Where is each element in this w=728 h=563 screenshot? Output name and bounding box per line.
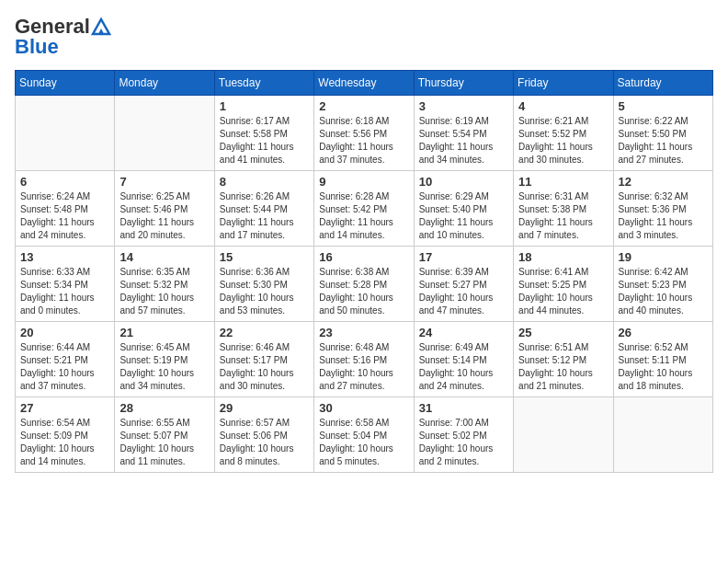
calendar-cell: 18Sunrise: 6:41 AMSunset: 5:25 PMDayligh… xyxy=(514,247,613,322)
day-number: 7 xyxy=(119,175,209,189)
day-number: 25 xyxy=(518,326,608,339)
cell-info: Sunrise: 6:33 AMSunset: 5:34 PMDaylight:… xyxy=(20,266,109,317)
cell-info: Sunrise: 6:45 AMSunset: 5:19 PMDaylight:… xyxy=(119,341,209,393)
day-number: 11 xyxy=(518,175,608,189)
calendar-cell: 22Sunrise: 6:46 AMSunset: 5:17 PMDayligh… xyxy=(214,322,313,397)
cell-info: Sunrise: 6:31 AMSunset: 5:38 PMDaylight:… xyxy=(518,190,608,242)
cell-info: Sunrise: 6:17 AMSunset: 5:58 PMDaylight:… xyxy=(220,115,309,167)
cell-info: Sunrise: 6:58 AMSunset: 5:04 PMDaylight:… xyxy=(319,417,408,468)
day-number: 18 xyxy=(518,250,608,264)
calendar-cell: 11Sunrise: 6:31 AMSunset: 5:38 PMDayligh… xyxy=(514,171,613,247)
cell-info: Sunrise: 6:36 AMSunset: 5:30 PMDaylight:… xyxy=(220,266,309,317)
cell-info: Sunrise: 6:21 AMSunset: 5:52 PMDaylight:… xyxy=(518,115,608,167)
calendar-cell: 1Sunrise: 6:17 AMSunset: 5:58 PMDaylight… xyxy=(214,96,313,171)
calendar-cell: 6Sunrise: 6:24 AMSunset: 5:48 PMDaylight… xyxy=(16,171,115,247)
day-number: 17 xyxy=(419,250,508,264)
cell-info: Sunrise: 6:26 AMSunset: 5:44 PMDaylight:… xyxy=(220,190,309,242)
calendar-cell: 3Sunrise: 6:19 AMSunset: 5:54 PMDaylight… xyxy=(414,96,513,171)
cell-info: Sunrise: 6:52 AMSunset: 5:11 PMDaylight:… xyxy=(619,341,708,393)
calendar-cell: 13Sunrise: 6:33 AMSunset: 5:34 PMDayligh… xyxy=(16,247,115,322)
day-number: 20 xyxy=(20,326,109,339)
day-number: 15 xyxy=(220,250,309,264)
weekday-header-wednesday: Wednesday xyxy=(314,71,414,96)
calendar-cell: 15Sunrise: 6:36 AMSunset: 5:30 PMDayligh… xyxy=(214,247,313,322)
cell-info: Sunrise: 6:42 AMSunset: 5:23 PMDaylight:… xyxy=(619,266,708,317)
day-number: 31 xyxy=(419,401,508,415)
calendar-cell: 9Sunrise: 6:28 AMSunset: 5:42 PMDaylight… xyxy=(314,171,414,247)
calendar-cell: 25Sunrise: 6:51 AMSunset: 5:12 PMDayligh… xyxy=(514,322,613,397)
cell-info: Sunrise: 6:46 AMSunset: 5:17 PMDaylight:… xyxy=(220,341,309,393)
calendar-cell: 29Sunrise: 6:57 AMSunset: 5:06 PMDayligh… xyxy=(214,397,313,473)
calendar-cell: 10Sunrise: 6:29 AMSunset: 5:40 PMDayligh… xyxy=(414,171,513,247)
cell-info: Sunrise: 6:57 AMSunset: 5:06 PMDaylight:… xyxy=(220,417,309,468)
cell-info: Sunrise: 6:18 AMSunset: 5:56 PMDaylight:… xyxy=(319,115,408,167)
day-number: 13 xyxy=(20,250,109,264)
calendar-cell: 16Sunrise: 6:38 AMSunset: 5:28 PMDayligh… xyxy=(314,247,414,322)
day-number: 4 xyxy=(518,99,608,113)
day-number: 27 xyxy=(20,401,109,415)
day-number: 29 xyxy=(220,401,309,415)
cell-info: Sunrise: 6:22 AMSunset: 5:50 PMDaylight:… xyxy=(619,115,708,167)
day-number: 21 xyxy=(119,326,209,339)
cell-info: Sunrise: 6:48 AMSunset: 5:16 PMDaylight:… xyxy=(319,341,408,393)
day-number: 26 xyxy=(619,326,708,339)
cell-info: Sunrise: 6:25 AMSunset: 5:46 PMDaylight:… xyxy=(119,190,209,242)
cell-info: Sunrise: 6:32 AMSunset: 5:36 PMDaylight:… xyxy=(619,190,708,242)
calendar-cell xyxy=(613,397,712,473)
day-number: 5 xyxy=(619,99,708,113)
cell-info: Sunrise: 6:51 AMSunset: 5:12 PMDaylight:… xyxy=(518,341,608,393)
day-number: 22 xyxy=(220,326,309,339)
calendar-cell: 21Sunrise: 6:45 AMSunset: 5:19 PMDayligh… xyxy=(115,322,214,397)
cell-info: Sunrise: 6:35 AMSunset: 5:32 PMDaylight:… xyxy=(119,266,209,317)
calendar-cell: 19Sunrise: 6:42 AMSunset: 5:23 PMDayligh… xyxy=(613,247,712,322)
cell-info: Sunrise: 7:00 AMSunset: 5:02 PMDaylight:… xyxy=(419,417,508,468)
calendar-cell: 20Sunrise: 6:44 AMSunset: 5:21 PMDayligh… xyxy=(16,322,115,397)
calendar-cell: 4Sunrise: 6:21 AMSunset: 5:52 PMDaylight… xyxy=(514,96,613,171)
weekday-header-sunday: Sunday xyxy=(16,71,115,96)
logo-blue: Blue xyxy=(15,35,59,59)
cell-info: Sunrise: 6:39 AMSunset: 5:27 PMDaylight:… xyxy=(419,266,508,317)
calendar-cell xyxy=(16,96,115,171)
weekday-header-friday: Friday xyxy=(514,71,613,96)
cell-info: Sunrise: 6:49 AMSunset: 5:14 PMDaylight:… xyxy=(419,341,508,393)
cell-info: Sunrise: 6:41 AMSunset: 5:25 PMDaylight:… xyxy=(518,266,608,317)
day-number: 24 xyxy=(419,326,508,339)
logo-icon xyxy=(91,17,111,36)
calendar-cell: 26Sunrise: 6:52 AMSunset: 5:11 PMDayligh… xyxy=(613,322,712,397)
calendar-cell: 28Sunrise: 6:55 AMSunset: 5:07 PMDayligh… xyxy=(115,397,214,473)
cell-info: Sunrise: 6:29 AMSunset: 5:40 PMDaylight:… xyxy=(419,190,508,242)
logo: General Blue xyxy=(15,15,111,59)
day-number: 9 xyxy=(319,175,408,189)
day-number: 14 xyxy=(119,250,209,264)
calendar-cell: 7Sunrise: 6:25 AMSunset: 5:46 PMDaylight… xyxy=(115,171,214,247)
calendar-cell: 27Sunrise: 6:54 AMSunset: 5:09 PMDayligh… xyxy=(16,397,115,473)
calendar-cell: 5Sunrise: 6:22 AMSunset: 5:50 PMDaylight… xyxy=(613,96,712,171)
calendar-cell: 17Sunrise: 6:39 AMSunset: 5:27 PMDayligh… xyxy=(414,247,513,322)
day-number: 12 xyxy=(619,175,708,189)
day-number: 6 xyxy=(20,175,109,189)
day-number: 16 xyxy=(319,250,408,264)
cell-info: Sunrise: 6:44 AMSunset: 5:21 PMDaylight:… xyxy=(20,341,109,393)
day-number: 23 xyxy=(319,326,408,339)
day-number: 30 xyxy=(319,401,408,415)
weekday-header-monday: Monday xyxy=(115,71,214,96)
day-number: 19 xyxy=(619,250,708,264)
weekday-header-thursday: Thursday xyxy=(414,71,513,96)
day-number: 2 xyxy=(319,99,408,113)
calendar-cell: 23Sunrise: 6:48 AMSunset: 5:16 PMDayligh… xyxy=(314,322,414,397)
day-number: 10 xyxy=(419,175,508,189)
calendar-cell: 2Sunrise: 6:18 AMSunset: 5:56 PMDaylight… xyxy=(314,96,414,171)
cell-info: Sunrise: 6:28 AMSunset: 5:42 PMDaylight:… xyxy=(319,190,408,242)
calendar-cell: 8Sunrise: 6:26 AMSunset: 5:44 PMDaylight… xyxy=(214,171,313,247)
weekday-header-tuesday: Tuesday xyxy=(214,71,313,96)
calendar-cell: 31Sunrise: 7:00 AMSunset: 5:02 PMDayligh… xyxy=(414,397,513,473)
svg-marker-1 xyxy=(98,29,104,34)
day-number: 3 xyxy=(419,99,508,113)
day-number: 1 xyxy=(220,99,309,113)
calendar-cell xyxy=(514,397,613,473)
cell-info: Sunrise: 6:24 AMSunset: 5:48 PMDaylight:… xyxy=(20,190,109,242)
calendar-cell: 12Sunrise: 6:32 AMSunset: 5:36 PMDayligh… xyxy=(613,171,712,247)
cell-info: Sunrise: 6:55 AMSunset: 5:07 PMDaylight:… xyxy=(119,417,209,468)
cell-info: Sunrise: 6:54 AMSunset: 5:09 PMDaylight:… xyxy=(20,417,109,468)
weekday-header-saturday: Saturday xyxy=(613,71,712,96)
